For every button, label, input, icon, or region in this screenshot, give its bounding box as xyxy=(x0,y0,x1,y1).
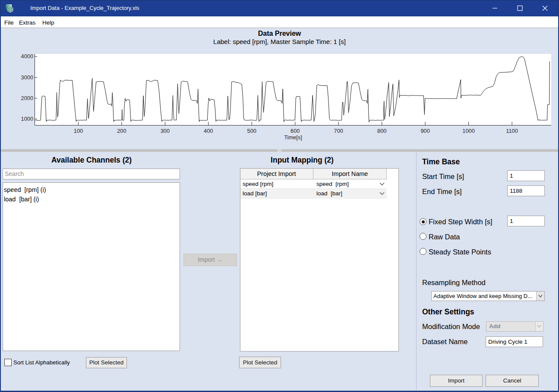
svg-text:600: 600 xyxy=(291,128,300,134)
svg-text:4000: 4000 xyxy=(21,53,33,60)
svg-text:Time[s]: Time[s] xyxy=(284,134,302,141)
svg-text:500: 500 xyxy=(247,128,256,134)
svg-text:100: 100 xyxy=(74,128,83,134)
svg-text:1000: 1000 xyxy=(21,116,33,122)
svg-text:1000: 1000 xyxy=(462,128,474,134)
svg-text:300: 300 xyxy=(161,128,170,134)
svg-text:800: 800 xyxy=(377,128,386,134)
svg-text:200: 200 xyxy=(117,128,126,134)
svg-text:400: 400 xyxy=(204,128,213,134)
svg-text:700: 700 xyxy=(334,128,343,134)
svg-text:1100: 1100 xyxy=(506,128,518,134)
svg-text:900: 900 xyxy=(420,128,430,134)
svg-text:3000: 3000 xyxy=(21,74,33,81)
svg-text:2000: 2000 xyxy=(21,95,33,101)
